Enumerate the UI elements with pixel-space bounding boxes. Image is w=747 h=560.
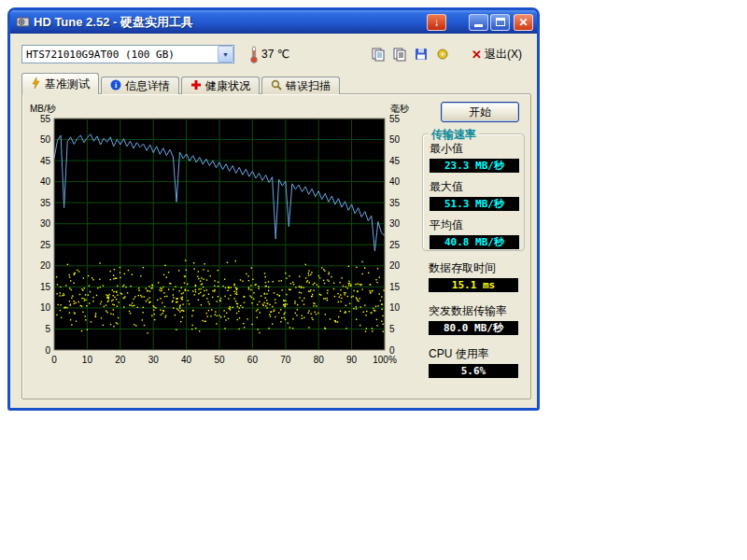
svg-text:10: 10 — [40, 302, 51, 313]
svg-text:20: 20 — [389, 260, 401, 271]
svg-text:35: 35 — [40, 198, 51, 208]
start-button[interactable]: 开始 — [441, 102, 519, 122]
svg-text:80: 80 — [314, 355, 325, 365]
svg-text:25: 25 — [389, 240, 401, 250]
info-icon: i — [110, 79, 121, 93]
hdtune-window: HD Tune 2.52 - 硬盘实用工具 ↓ ✕ HTS721010G9AT0… — [7, 7, 540, 411]
svg-text:45: 45 — [40, 156, 51, 166]
app-icon — [15, 15, 30, 30]
burst-rate-value: 80.0 MB/秒 — [429, 321, 518, 335]
burst-rate-label: 突发数据传输率 — [429, 303, 518, 319]
min-stat: 最小值 23.3 MB/秒 — [423, 141, 519, 173]
tab-error-scan[interactable]: 错误扫描 — [261, 77, 340, 94]
svg-text:30: 30 — [40, 218, 51, 229]
svg-text:15: 15 — [389, 282, 401, 292]
health-icon — [190, 79, 202, 93]
titlebar[interactable]: HD Tune 2.52 - 硬盘实用工具 ↓ ✕ — [10, 10, 537, 34]
svg-text:毫秒: 毫秒 — [390, 104, 410, 114]
max-label: 最大值 — [430, 179, 519, 195]
svg-text:0: 0 — [51, 355, 57, 365]
svg-text:55: 55 — [389, 114, 401, 124]
tab-label: 健康状况 — [205, 78, 250, 94]
access-time-stat: 数据存取时间 15.1 ms — [422, 260, 518, 292]
drive-select-value: HTS721010G9AT00 (100 GB) — [22, 49, 218, 61]
svg-text:70: 70 — [280, 355, 291, 365]
svg-text:20: 20 — [115, 355, 126, 365]
benchmark-panel: 0055101015152020252530303535404045455050… — [21, 93, 531, 399]
svg-text:40: 40 — [181, 355, 192, 365]
access-time-label: 数据存取时间 — [429, 260, 518, 276]
svg-text:MB/秒: MB/秒 — [30, 104, 57, 114]
cpu-usage-stat: CPU 使用率 5.6% — [422, 346, 518, 378]
min-value: 23.3 MB/秒 — [430, 159, 519, 173]
tab-label: 信息详情 — [125, 78, 170, 94]
svg-text:50: 50 — [389, 134, 401, 145]
minimize-icon — [474, 24, 483, 27]
error-scan-icon — [271, 79, 282, 93]
tab-health[interactable]: 健康状况 — [181, 77, 260, 94]
max-stat: 最大值 51.3 MB/秒 — [423, 179, 519, 211]
thermometer-icon — [249, 46, 259, 63]
svg-text:55: 55 — [40, 114, 51, 124]
save-icon[interactable] — [411, 45, 431, 64]
svg-text:5: 5 — [389, 324, 395, 334]
transfer-rate-group: 传输速率 最小值 23.3 MB/秒 最大值 51.3 MB/秒 平均值 40.… — [422, 133, 525, 251]
tab-benchmark[interactable]: 基准测试 — [21, 73, 99, 94]
svg-text:60: 60 — [247, 355, 259, 365]
download-button[interactable]: ↓ — [427, 14, 446, 31]
svg-text:100%: 100% — [373, 355, 397, 365]
avg-stat: 平均值 40.8 MB/秒 — [423, 217, 519, 249]
svg-text:45: 45 — [389, 156, 401, 166]
svg-text:50: 50 — [214, 355, 225, 365]
avg-label: 平均值 — [430, 217, 519, 233]
tab-bar: 基准测试 i 信息详情 健康状况 错误扫描 — [21, 73, 342, 94]
svg-text:10: 10 — [389, 302, 401, 313]
svg-text:35: 35 — [389, 198, 401, 208]
minimize-button[interactable] — [469, 14, 488, 31]
desktop: { "window": { "title": "HD Tune 2.52 - 硬… — [0, 0, 747, 560]
tab-label: 错误扫描 — [286, 78, 331, 94]
dropdown-arrow-icon[interactable]: ▼ — [218, 46, 233, 63]
svg-text:40: 40 — [389, 176, 401, 187]
cpu-usage-label: CPU 使用率 — [429, 346, 518, 362]
results-panel: 开始 传输速率 最小值 23.3 MB/秒 最大值 51.3 MB/秒 平均值 … — [418, 94, 530, 399]
window-title: HD Tune 2.52 - 硬盘实用工具 — [34, 14, 193, 31]
svg-text:20: 20 — [40, 260, 51, 271]
svg-text:90: 90 — [346, 355, 358, 365]
svg-text:25: 25 — [40, 240, 51, 250]
svg-text:15: 15 — [40, 282, 51, 292]
client-area: HTS721010G9AT00 (100 GB) ▼ 37 ℃ ✕ — [10, 34, 537, 408]
min-label: 最小值 — [430, 141, 519, 157]
exit-button[interactable]: ✕ 退出(X) — [468, 45, 526, 64]
exit-label: 退出(X) — [485, 47, 522, 63]
tab-info[interactable]: i 信息详情 — [101, 77, 179, 94]
avg-value: 40.8 MB/秒 — [430, 235, 519, 249]
svg-text:10: 10 — [82, 355, 93, 365]
benchmark-icon — [31, 77, 41, 91]
svg-text:5: 5 — [45, 324, 50, 334]
benchmark-chart: 0055101015152020252530303535404045455050… — [26, 102, 413, 378]
temperature-value: 37 ℃ — [261, 48, 289, 61]
svg-text:40: 40 — [40, 176, 51, 187]
svg-text:50: 50 — [40, 134, 51, 145]
toolbar: HTS721010G9AT00 (100 GB) ▼ 37 ℃ ✕ — [21, 43, 526, 65]
close-button[interactable]: ✕ — [514, 14, 533, 31]
tab-label: 基准测试 — [45, 77, 90, 92]
svg-text:30: 30 — [148, 355, 160, 365]
options-icon[interactable] — [432, 45, 453, 64]
burst-rate-stat: 突发数据传输率 80.0 MB/秒 — [422, 303, 518, 335]
svg-text:30: 30 — [389, 218, 401, 229]
svg-text:0: 0 — [45, 345, 50, 356]
maximize-button[interactable] — [490, 14, 510, 31]
svg-text:0: 0 — [389, 345, 395, 356]
exit-x-icon: ✕ — [472, 48, 482, 62]
maximize-icon — [496, 18, 505, 26]
max-value: 51.3 MB/秒 — [430, 197, 519, 211]
copy-screenshot-icon[interactable] — [368, 45, 388, 64]
cpu-usage-value: 5.6% — [429, 364, 518, 378]
drive-select[interactable]: HTS721010G9AT00 (100 GB) ▼ — [21, 45, 234, 63]
copy-text-icon[interactable] — [389, 45, 410, 64]
access-time-value: 15.1 ms — [429, 278, 518, 292]
